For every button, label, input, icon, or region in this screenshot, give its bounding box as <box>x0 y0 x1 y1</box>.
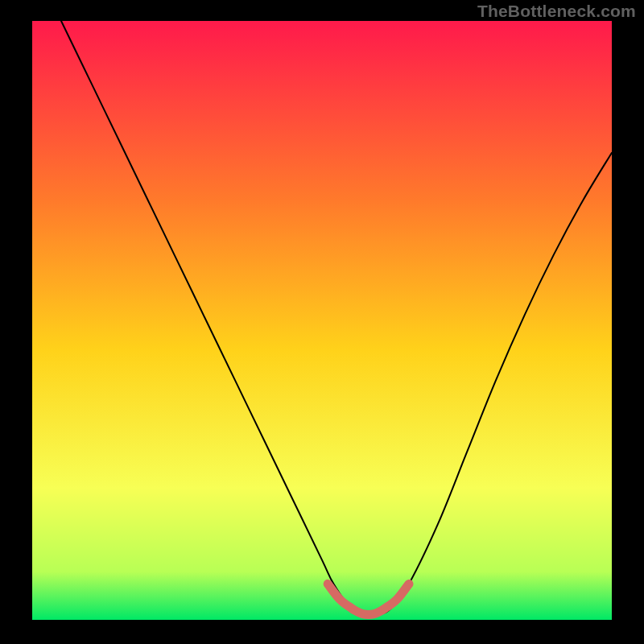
attribution-text: TheBottleneck.com <box>477 2 636 21</box>
chart-frame: TheBottleneck.com <box>0 0 644 644</box>
bottleneck-chart <box>0 0 644 644</box>
plot-background <box>32 21 612 620</box>
